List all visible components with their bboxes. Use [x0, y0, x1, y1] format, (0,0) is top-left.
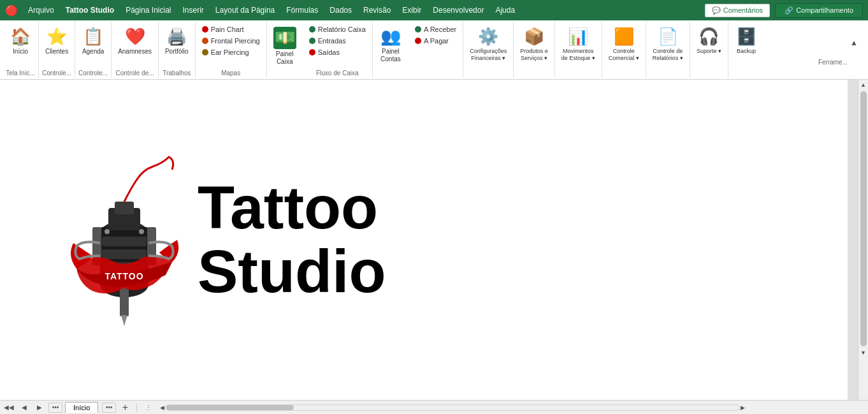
- menu-exibir[interactable]: Exibir: [397, 3, 426, 17]
- nav-next-button[interactable]: ▶: [33, 403, 46, 413]
- menu-desenvolvedor[interactable]: Desenvolvedor: [428, 3, 489, 17]
- movimentos-icon: 📊: [568, 27, 588, 47]
- scroll-thumb-h[interactable]: [166, 405, 294, 410]
- portfolio-button[interactable]: 🖨️ Portfólio: [161, 24, 192, 58]
- scroll-track-h[interactable]: [166, 404, 739, 411]
- produtos-icon: 📦: [524, 27, 544, 47]
- svg-rect-4: [102, 249, 147, 259]
- fluxo-buttons: Relatório Caixa Entradas Saídas: [305, 24, 370, 57]
- group-inicio: 🏠 Início Tela Iníc...: [3, 22, 39, 78]
- group-config-financeiras: ⚙️ ConfiguraçõesFinanceiras ▾: [463, 22, 514, 78]
- scroll-down-arrow[interactable]: ▼: [858, 348, 868, 358]
- pain-chart-button[interactable]: Pain Chart: [198, 24, 264, 34]
- sheet-inicio-tab[interactable]: Início: [65, 402, 98, 413]
- mapas-buttons: Pain Chart Frontal Piercing Ear Piercing: [198, 24, 264, 57]
- menu-inserir[interactable]: Inserir: [178, 3, 209, 17]
- ribbon: 🏠 Início Tela Iníc... ⭐ Clientes Control…: [0, 20, 868, 80]
- entradas-button[interactable]: Entradas: [305, 36, 370, 46]
- group-painel-caixa: 💵 PainelCaixa: [267, 22, 303, 78]
- menu-pagina-inicial[interactable]: Página Inicial: [120, 3, 176, 17]
- a-pagar-button[interactable]: A Pagar: [411, 36, 460, 46]
- clientes-button[interactable]: ⭐ Clientes: [41, 24, 72, 58]
- group-label-agenda: Controle...: [78, 68, 108, 78]
- nav-first-button[interactable]: ◀◀: [3, 403, 15, 413]
- config-financeiras-button[interactable]: ⚙️ ConfiguraçõesFinanceiras ▾: [466, 24, 510, 64]
- movimentos-estoque-button[interactable]: 📊 Movimentosde Estoque ▾: [558, 24, 599, 64]
- painel-contas-button[interactable]: 👥 PainelContas: [375, 24, 406, 66]
- group-painel-contas: 👥 PainelContas: [373, 22, 409, 78]
- svg-text:TATTOO: TATTOO: [105, 271, 143, 281]
- divider: [136, 403, 137, 412]
- painel-caixa-icon: 💵: [273, 27, 296, 49]
- menu-ajuda[interactable]: Ajuda: [490, 3, 520, 17]
- controle-comercial-icon: 🟧: [614, 27, 634, 47]
- logo-text: Tattoo Studio: [198, 176, 386, 304]
- produtos-servicos-button[interactable]: 📦 Produtos eServiços ▾: [516, 24, 552, 64]
- canvas: TATTOO: [0, 80, 848, 400]
- title-bar-left: 🔴 Arquivo Tattoo Studio Página Inicial I…: [5, 3, 520, 17]
- controle-comercial-button[interactable]: 🟧 ControleComercial ▾: [605, 24, 643, 64]
- anamneses-icon: ❤️: [125, 27, 145, 47]
- saidas-button[interactable]: Saídas: [305, 47, 370, 57]
- menu-layout[interactable]: Layout da Página: [210, 3, 280, 17]
- nav-prev-button[interactable]: ◀: [18, 403, 31, 413]
- vertical-scrollbar[interactable]: ▲ ▼: [858, 80, 868, 400]
- anamneses-button[interactable]: ❤️ Anamneses: [114, 24, 156, 58]
- relatorio-caixa-button[interactable]: Relatório Caixa: [305, 24, 370, 34]
- group-contas: A Receber A Pagar: [409, 22, 463, 78]
- agenda-button[interactable]: 📋 Agenda: [78, 24, 108, 58]
- svg-point-13: [139, 229, 144, 234]
- menu-tattoo-studio[interactable]: Tattoo Studio: [61, 3, 119, 17]
- inicio-button[interactable]: 🏠 Início: [5, 24, 36, 58]
- comments-button[interactable]: 💬 Comentários: [705, 4, 770, 17]
- group-clientes: ⭐ Clientes Controle...: [39, 22, 75, 78]
- backup-icon: 🗄️: [736, 27, 756, 47]
- share-button[interactable]: 🔗 Compartilhamento: [775, 3, 863, 18]
- tattoo-machine-illustration: TATTOO: [64, 144, 185, 336]
- ear-piercing-dot: [202, 49, 208, 55]
- group-portfolio: 🖨️ Portfólio Trabalhos: [159, 22, 196, 78]
- controle-relatorios-icon: 📄: [658, 27, 678, 47]
- menu-bar: Arquivo Tattoo Studio Página Inicial Ins…: [23, 3, 520, 17]
- ferrame-label: Ferrame...: [818, 59, 848, 66]
- menu-dados[interactable]: Dados: [324, 3, 357, 17]
- backup-button[interactable]: 🗄️ Backup: [731, 24, 762, 57]
- group-controle-comercial: 🟧 ControleComercial ▾: [602, 22, 646, 78]
- group-label-painel-caixa: [270, 75, 300, 78]
- group-label-anamneses: Controle de...: [114, 68, 156, 78]
- ear-piercing-button[interactable]: Ear Piercing: [198, 47, 264, 57]
- painel-caixa-button[interactable]: 💵 PainelCaixa: [270, 24, 300, 68]
- scroll-left-arrow[interactable]: ◀: [160, 404, 164, 411]
- contas-buttons: A Receber A Pagar: [411, 24, 460, 46]
- menu-arquivo[interactable]: Arquivo: [23, 3, 59, 17]
- group-controle-relatorios: 📄 Controle deRelatórios ▾: [646, 22, 690, 78]
- group-fluxo-caixa: Relatório Caixa Entradas Saídas Fluxo de…: [303, 22, 373, 78]
- separator-button[interactable]: ⋮: [142, 403, 155, 413]
- group-label-mapas: Mapas: [198, 68, 264, 78]
- comment-icon: 💬: [712, 6, 721, 15]
- a-receber-button[interactable]: A Receber: [411, 24, 460, 34]
- saidas-dot: [309, 49, 315, 55]
- ribbon-collapse-button[interactable]: ▲: [850, 38, 858, 47]
- controle-relatorios-button[interactable]: 📄 Controle deRelatórios ▾: [649, 24, 687, 64]
- sheets-menu-button[interactable]: •••: [48, 403, 62, 413]
- sheet-options-button[interactable]: •••: [102, 403, 116, 413]
- logo-tattoo: Tattoo: [198, 176, 386, 240]
- group-label-clientes: Controle...: [41, 68, 72, 78]
- horizontal-scrollbar[interactable]: ◀ ▶: [160, 404, 745, 411]
- menu-formulas[interactable]: Fórmulas: [281, 3, 323, 17]
- group-label-fluxo: Fluxo de Caixa: [305, 68, 370, 78]
- menu-revisao[interactable]: Revisão: [358, 3, 396, 17]
- frontal-piercing-dot: [202, 38, 208, 44]
- group-anamneses: ❤️ Anamneses Controle de...: [112, 22, 159, 78]
- painel-contas-icon: 👥: [380, 27, 401, 47]
- group-suporte: 🎧 Suporte ▾: [690, 22, 728, 78]
- add-sheet-button[interactable]: +: [119, 403, 131, 413]
- content-area: TATTOO: [0, 80, 868, 400]
- suporte-button[interactable]: 🎧 Suporte ▾: [693, 24, 725, 57]
- scroll-right-arrow[interactable]: ▶: [741, 404, 745, 411]
- config-financeiras-icon: ⚙️: [478, 27, 498, 47]
- frontal-piercing-button[interactable]: Frontal Piercing: [198, 36, 264, 46]
- scroll-up-arrow[interactable]: ▲: [858, 80, 868, 90]
- scroll-thumb-v[interactable]: [860, 91, 867, 346]
